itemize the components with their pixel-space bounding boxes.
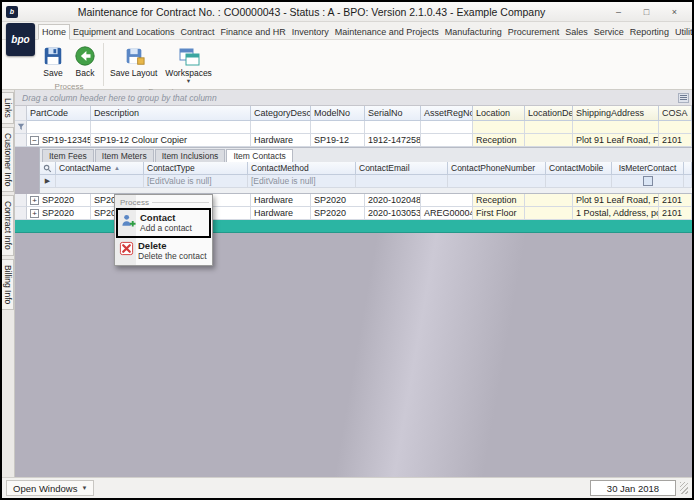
cell-cosa[interactable]: 2101 (659, 194, 692, 207)
resize-grip[interactable] (680, 482, 688, 494)
cell-location[interactable]: First Floor (473, 207, 525, 220)
cell-partcode[interactable]: + SP2020 (27, 207, 91, 220)
cell-locationdesc[interactable] (525, 134, 573, 147)
column-header-cosa[interactable]: COSA (659, 106, 692, 121)
filter-cell[interactable] (659, 121, 692, 134)
edit-cell-contactname[interactable] (56, 175, 144, 188)
contacts-search-cell[interactable] (40, 162, 56, 175)
sidebar-tab-billing-info[interactable]: Billing Info (2, 259, 14, 310)
filter-cell[interactable] (525, 121, 573, 134)
sidebar-tab-contract-info[interactable]: Contract Info (2, 195, 14, 256)
tab-contract[interactable]: Contract (178, 25, 218, 39)
sidebar-tab-customer-info[interactable]: Customer Info (2, 127, 14, 192)
ismetercontact-checkbox[interactable] (643, 176, 653, 186)
cell-cosa[interactable]: 2101 (659, 134, 692, 147)
bpo-logo[interactable]: bpo (6, 23, 35, 56)
tab-maintenance-and-projects[interactable]: Maintenance and Projects (332, 25, 442, 39)
cell-partcode[interactable]: + SP2020 (27, 194, 91, 207)
contact-edit-row[interactable]: ▶ [EditValue is null] [EditValue is null… (40, 175, 692, 188)
cell-modelno[interactable]: SP2020 (311, 194, 365, 207)
cell-assetregno[interactable]: AREG000048 (421, 207, 473, 220)
column-header-contactmethod[interactable]: ContactMethod (248, 162, 356, 175)
save-button[interactable]: Save (37, 42, 69, 81)
column-header-categorydesc[interactable]: CategoryDesc (251, 106, 311, 121)
column-header-modelno[interactable]: ModelNo (311, 106, 365, 121)
column-header-contactmobile[interactable]: ContactMobile (546, 162, 612, 175)
filter-cell[interactable] (473, 121, 525, 134)
tab-reporting[interactable]: Reporting (627, 25, 672, 39)
filter-cell[interactable] (91, 121, 251, 134)
edit-cell-contactphonenumber[interactable] (448, 175, 546, 188)
column-header-locationdesc[interactable]: LocationDesc (525, 106, 573, 121)
date-field[interactable]: 30 Jan 2018 (590, 480, 676, 496)
filter-cell[interactable] (251, 121, 311, 134)
cell-shippingaddress[interactable]: Plot 91 Leaf Road, Forest Hills,... (573, 194, 659, 207)
detail-tab-item-fees[interactable]: Item Fees (42, 149, 94, 162)
column-header-partcode[interactable]: PartCode (27, 106, 91, 121)
column-header-ismetercontact[interactable]: IsMeterContact (612, 162, 684, 175)
tab-finance-and-hr[interactable]: Finance and HR (218, 25, 289, 39)
column-header-serialno[interactable]: SerialNo (365, 106, 421, 121)
open-windows-button[interactable]: Open Windows ▼ (6, 480, 94, 496)
column-header-contacttype[interactable]: ContactType (144, 162, 248, 175)
minimize-button[interactable]: – (605, 4, 632, 19)
back-button[interactable]: Back (69, 42, 101, 81)
cell-serialno[interactable]: 1912-147258 (365, 134, 421, 147)
cell-location[interactable]: Reception (473, 134, 525, 147)
detail-tab-item-contacts[interactable]: Item Contacts (226, 149, 292, 162)
cell-serialno[interactable]: 2020-102048 (365, 194, 421, 207)
maximize-button[interactable]: □ (633, 4, 660, 19)
tab-inventory[interactable]: Inventory (289, 25, 332, 39)
column-chooser-icon[interactable] (678, 93, 689, 103)
filter-cell[interactable] (573, 121, 659, 134)
tab-utilities[interactable]: Utilities (672, 25, 694, 39)
cell-categorydesc[interactable]: Hardware (251, 194, 311, 207)
tab-sales[interactable]: Sales (562, 25, 591, 39)
detail-tab-item-meters[interactable]: Item Meters (95, 149, 154, 162)
filter-cell[interactable] (421, 121, 473, 134)
cell-serialno[interactable]: 2020-103053 (365, 207, 421, 220)
cell-description[interactable]: SP19-12 Colour Copier (91, 134, 251, 147)
tab-service[interactable]: Service (591, 25, 627, 39)
cell-partcode[interactable]: − SP19-123456 (27, 134, 91, 147)
expand-row-icon[interactable]: + (30, 209, 39, 218)
cell-locationdesc[interactable] (525, 194, 573, 207)
save-layout-button[interactable]: Save Layout (106, 42, 161, 81)
edit-cell-contacttype[interactable]: [EditValue is null] (144, 175, 248, 188)
cell-assetregno[interactable] (421, 194, 473, 207)
detail-tab-item-inclusions[interactable]: Item Inclusions (155, 149, 226, 162)
group-by-band[interactable]: Drag a column header here to group by th… (15, 90, 692, 106)
cell-modelno[interactable]: SP2020 (311, 207, 365, 220)
cell-categorydesc[interactable]: Hardware (251, 134, 311, 147)
close-button[interactable]: × (661, 4, 688, 19)
cell-categorydesc[interactable]: Hardware (251, 207, 311, 220)
filter-cell[interactable] (311, 121, 365, 134)
expand-row-icon[interactable]: + (30, 196, 39, 205)
workspaces-button[interactable]: Workspaces ▼ (161, 42, 216, 86)
cell-shippingaddress[interactable]: Plot 91 Leaf Road, Forest Hills,... (573, 134, 659, 147)
cell-locationdesc[interactable] (525, 207, 573, 220)
cell-shippingaddress[interactable]: 1 Postal, Address, postal 3, po... (573, 207, 659, 220)
column-header-shippingaddress[interactable]: ShippingAddress (573, 106, 659, 121)
edit-cell-contactmobile[interactable] (546, 175, 612, 188)
cell-cosa[interactable]: 2101 (659, 207, 692, 220)
column-header-contactemail[interactable]: ContactEmail (356, 162, 448, 175)
table-row-sp19[interactable]: − SP19-123456 SP19-12 Colour Copier Hard… (15, 134, 692, 147)
menu-item-delete[interactable]: Delete Delete the contact (116, 238, 211, 264)
collapse-row-icon[interactable]: − (30, 136, 39, 145)
cell-location[interactable]: Reception (473, 194, 525, 207)
cell-assetregno[interactable] (421, 134, 473, 147)
tab-procurement[interactable]: Procurement (505, 25, 563, 39)
edit-cell-contactmethod[interactable]: [EditValue is null] (248, 175, 356, 188)
cell-modelno[interactable]: SP19-12 (311, 134, 365, 147)
menu-item-contact[interactable]: Contact Add a contact (118, 210, 209, 236)
sidebar-tab-links[interactable]: Links (2, 92, 14, 124)
column-header-assetregno[interactable]: AssetRegNo (421, 106, 473, 121)
column-header-location[interactable]: Location (473, 106, 525, 121)
column-header-contactname[interactable]: ContactName ▲ (56, 162, 144, 175)
filter-cell[interactable] (365, 121, 421, 134)
filter-cell[interactable] (27, 121, 91, 134)
edit-cell-contactemail[interactable] (356, 175, 448, 188)
edit-cell-ismetercontact[interactable] (612, 175, 684, 188)
tab-home[interactable]: Home (38, 24, 70, 40)
